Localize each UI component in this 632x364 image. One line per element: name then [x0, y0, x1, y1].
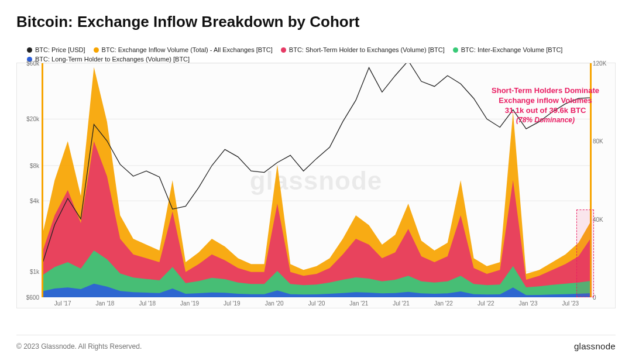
left-edge-bar [42, 63, 43, 297]
legend-item: BTC: Price [USD] [27, 46, 85, 54]
x-tick-label: Jul '21 [393, 300, 410, 307]
annotation-callout: Short-Term Holders Dominate Exchange inf… [492, 85, 599, 125]
x-tick-label: Jan '22 [434, 300, 453, 307]
y-left-tick-label: $60k [18, 60, 39, 67]
y-right-tick-label: 120K [593, 60, 614, 67]
y-left-tick-label: $8k [18, 163, 39, 169]
legend-swatch-icon [94, 47, 99, 53]
y-right-tick-label: 40K [593, 216, 614, 222]
annotation-line3: 31.1k out of 39.6k BTC [492, 105, 599, 115]
legend-label: BTC: Long-Term Holder to Exchanges (Volu… [35, 55, 190, 63]
legend: BTC: Price [USD]BTC: Exchange Inflow Vol… [27, 46, 600, 64]
y-left-tick-label: $600 [18, 294, 39, 301]
legend-swatch-icon [281, 47, 286, 53]
annotation-line4: (78% Dominance) [492, 115, 599, 125]
annotation-line2: Exchange inflow Volumes [492, 95, 599, 105]
x-tick-label: Jan '21 [349, 300, 368, 307]
legend-item: BTC: Exchange Inflow Volume (Total) - Al… [94, 46, 273, 54]
footer: © 2023 Glassnode. All Rights Reserved. g… [16, 335, 616, 351]
x-tick-label: Jul '17 [54, 300, 71, 307]
x-tick-label: Jul '22 [478, 300, 494, 307]
x-tick-label: Jul '23 [562, 300, 579, 307]
legend-item: BTC: Short-Term Holder to Exchanges (Vol… [281, 46, 445, 54]
x-tick-label: Jan '23 [519, 300, 538, 307]
legend-swatch-icon [27, 47, 32, 53]
y-left-tick-label: $4k [18, 198, 39, 204]
legend-item: BTC: Inter-Exchange Volume [BTC] [453, 46, 563, 54]
chart-title: Bitcoin: Exchange Inflow Breakdown by Co… [16, 13, 360, 31]
y-left-tick-label: $20k [18, 116, 39, 122]
annotation-line1: Short-Term Holders Dominate [492, 85, 599, 95]
legend-label: BTC: Price [USD] [35, 46, 85, 54]
x-tick-label: Jan '19 [180, 300, 199, 307]
legend-label: BTC: Short-Term Holder to Exchanges (Vol… [289, 46, 445, 54]
x-tick-label: Jul '18 [139, 300, 156, 307]
y-left-tick-label: $1k [18, 268, 39, 274]
y-right-tick-label: 80K [593, 138, 614, 145]
x-tick-label: Jul '20 [308, 300, 325, 307]
x-tick-label: Jul '19 [224, 300, 241, 307]
legend-item: BTC: Long-Term Holder to Exchanges (Volu… [27, 55, 190, 63]
brand-logo: glassnode [574, 341, 616, 351]
x-tick-label: Jan '20 [265, 300, 284, 307]
copyright-text: © 2023 Glassnode. All Rights Reserved. [16, 342, 142, 351]
legend-label: BTC: Inter-Exchange Volume [BTC] [461, 46, 563, 54]
x-tick-label: Jan '18 [95, 300, 114, 307]
legend-swatch-icon [453, 47, 458, 53]
y-right-tick-label: 0 [593, 294, 614, 301]
legend-label: BTC: Exchange Inflow Volume (Total) - Al… [102, 46, 273, 54]
